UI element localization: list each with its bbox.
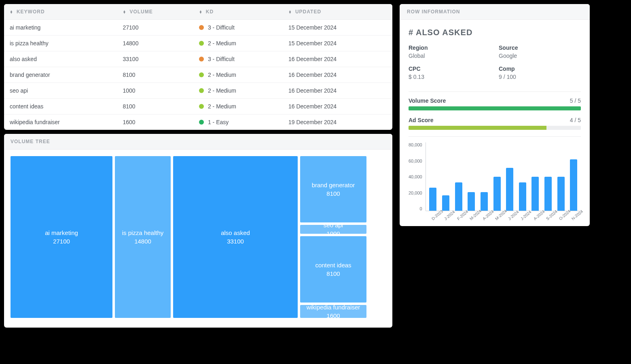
chart-bar[interactable] [468, 192, 475, 211]
treemap-cell-label: brand generator [312, 182, 355, 188]
cell-volume: 1000 [117, 83, 193, 99]
chart-bar[interactable] [429, 188, 436, 211]
table-row[interactable]: is pizza healthy148002 - Medium15 Decemb… [4, 36, 392, 51]
treemap-cell[interactable]: seo api1000 [300, 225, 366, 234]
treemap: ai marketing27100is pizza healthy14800al… [4, 150, 392, 328]
chart-bar[interactable] [557, 177, 565, 211]
table-row[interactable]: ai marketing271003 - Difficult15 Decembe… [4, 20, 392, 36]
cell-updated: 16 December 2024 [283, 83, 392, 99]
volume-history-chart: 80,00060,00040,00020,0000 D-2023J-2024F-… [409, 142, 581, 218]
col-header-updated[interactable]: ▲▼Updated [283, 4, 392, 20]
treemap-cell-value: 33100 [227, 238, 244, 245]
x-tick-label: O-2024 [558, 213, 567, 221]
x-tick-label: D-2023 [431, 213, 439, 221]
cpc-label: CPC [409, 66, 491, 72]
cell-volume: 8100 [117, 99, 193, 114]
table-row[interactable]: brand generator81002 - Medium16 December… [4, 67, 392, 83]
keyword-table-panel: ▲▼Keyword ▲▼Volume ▲▼KD ▲▼Updated ai mar… [4, 4, 392, 130]
col-header-kd[interactable]: ▲▼KD [193, 4, 283, 20]
sort-icon: ▲▼ [288, 11, 292, 14]
source-value: Google [499, 53, 581, 59]
difficulty-dot-icon [199, 41, 204, 46]
cell-volume: 1600 [117, 114, 193, 130]
table-row[interactable]: also asked331003 - Difficult16 December … [4, 51, 392, 67]
chart-bar[interactable] [481, 192, 488, 211]
row-info-panel: Row Information # Also Asked Region Glob… [400, 4, 590, 226]
comp-label: Comp [499, 66, 581, 72]
table-row[interactable]: seo api10002 - Medium16 December 2024 [4, 83, 392, 99]
treemap-cell-value: 1600 [326, 312, 340, 319]
treemap-cell[interactable]: content ideas8100 [300, 236, 366, 303]
treemap-cell-label: is pizza healthy [122, 229, 164, 236]
cell-kd: 2 - Medium [193, 67, 283, 83]
difficulty-dot-icon [199, 88, 204, 93]
col-header-volume[interactable]: ▲▼Volume [117, 4, 193, 20]
difficulty-dot-icon [199, 72, 204, 77]
cell-updated: 15 December 2024 [283, 20, 392, 36]
cell-keyword: content ideas [4, 99, 117, 114]
cell-keyword: ai marketing [4, 20, 117, 36]
treemap-cell[interactable]: is pizza healthy14800 [115, 156, 171, 318]
y-tick-label: 0 [420, 206, 422, 211]
y-tick-label: 80,000 [409, 142, 422, 147]
cell-keyword: seo api [4, 83, 117, 99]
chart-bar[interactable] [493, 177, 501, 211]
treemap-cell-label: seo api [324, 222, 343, 229]
x-tick-label: N-2024 [571, 213, 579, 221]
x-tick-label: M-2024 [469, 213, 477, 221]
treemap-cell[interactable]: also asked33100 [173, 156, 298, 318]
panel-header: Row Information [400, 4, 590, 20]
sort-icon: ▲▼ [199, 11, 203, 14]
ad-score-bar [409, 126, 581, 130]
x-tick-label: S-2024 [545, 213, 554, 221]
chart-bar[interactable] [519, 182, 526, 211]
chart-bar[interactable] [455, 182, 462, 211]
sort-icon: ▲▼ [123, 11, 127, 14]
cell-updated: 15 December 2024 [283, 36, 392, 51]
table-row[interactable]: content ideas81002 - Medium16 December 2… [4, 99, 392, 114]
treemap-cell-value: 8100 [326, 270, 340, 277]
cell-kd: 3 - Difficult [193, 20, 283, 36]
row-info-title: # Also Asked [409, 28, 581, 37]
col-header-keyword[interactable]: ▲▼Keyword [4, 4, 117, 20]
x-tick-label: F-2024 [456, 213, 465, 221]
volume-tree-panel: Volume Tree ai marketing27100is pizza he… [4, 134, 392, 328]
table-row[interactable]: wikipedia fundraiser16001 - Easy19 Decem… [4, 114, 392, 130]
volume-score-value: 5 / 5 [570, 97, 581, 104]
region-label: Region [409, 44, 491, 51]
sort-icon: ▲▼ [10, 11, 13, 14]
treemap-cell-value: 27100 [53, 238, 70, 245]
cell-keyword: wikipedia fundraiser [4, 114, 117, 130]
cell-updated: 19 December 2024 [283, 114, 392, 130]
cell-volume: 14800 [117, 36, 193, 51]
x-tick-label: A-2024 [533, 213, 541, 221]
x-tick-label: J-2024 [520, 213, 528, 221]
col-header-label: Volume [129, 9, 152, 15]
chart-bar[interactable] [531, 177, 539, 211]
chart-bar[interactable] [570, 159, 577, 211]
col-header-label: Keyword [17, 9, 45, 15]
cell-kd: 3 - Difficult [193, 51, 283, 67]
difficulty-dot-icon [199, 25, 204, 30]
x-tick-label: M-2024 [494, 213, 503, 221]
treemap-cell[interactable]: wikipedia fundraiser1600 [300, 305, 366, 318]
y-tick-label: 20,000 [409, 190, 422, 195]
chart-bar[interactable] [506, 168, 513, 211]
col-header-label: Updated [295, 9, 321, 15]
cell-updated: 16 December 2024 [283, 67, 392, 83]
y-tick-label: 40,000 [409, 174, 422, 179]
chart-bar[interactable] [442, 195, 449, 211]
difficulty-dot-icon [199, 57, 204, 61]
cell-kd: 1 - Easy [193, 114, 283, 130]
x-tick-label: J-2024 [443, 213, 452, 221]
cell-kd: 2 - Medium [193, 83, 283, 99]
treemap-cell[interactable]: brand generator8100 [300, 156, 366, 222]
chart-bar[interactable] [544, 177, 552, 211]
cell-kd: 2 - Medium [193, 36, 283, 51]
treemap-cell[interactable]: ai marketing27100 [11, 156, 112, 318]
cell-volume: 33100 [117, 51, 193, 67]
treemap-cell-label: content ideas [315, 262, 351, 269]
cell-keyword: also asked [4, 51, 117, 67]
x-tick-label: A-2024 [482, 213, 490, 221]
treemap-cell-label: wikipedia fundraiser [307, 304, 360, 311]
